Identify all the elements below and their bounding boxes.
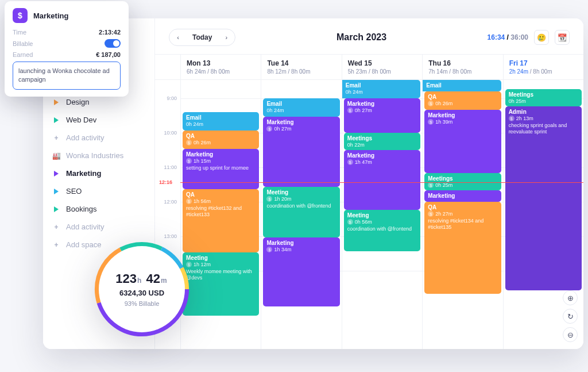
day-header-thu[interactable]: Thu 167h 14m / 8h 00m xyxy=(422,55,502,79)
dollar-icon: $ xyxy=(13,8,28,23)
calendar-event[interactable]: QA$0h 26m xyxy=(424,91,501,110)
calendar-event[interactable]: Email0h 24m xyxy=(263,98,339,117)
popup-billable-label: Billable xyxy=(13,40,33,47)
popup-time-label: Time xyxy=(13,29,26,36)
calendar-event[interactable]: Meetings$0h 25m xyxy=(424,173,501,190)
play-icon xyxy=(52,98,60,106)
calendar-event[interactable]: Meeting$0h 56mcoordination with @fronten… xyxy=(344,210,420,251)
play-icon xyxy=(52,205,60,213)
calendar-event[interactable]: Marketing$0h 27m xyxy=(263,117,339,187)
emoji-icon[interactable]: 🥲 xyxy=(534,30,549,45)
calendar-event[interactable]: QA$2h 27mresolving #ticket134 and #ticke… xyxy=(424,202,501,294)
toolbar-right: 16:34 / 36:00 🥲 📆 xyxy=(488,30,570,45)
sidebar-add-activity[interactable]: +Add activity xyxy=(43,129,154,147)
hour-label: 11:00 xyxy=(164,164,177,170)
toolbar: ‹ Today › March 2023 16:34 / 36:00 🥲 📆 xyxy=(155,18,583,54)
calendar-event[interactable]: Marketing$1h 15msetting up sprint for mo… xyxy=(183,149,259,189)
week-header: Mon 136h 24m / 8h 00m Tue 148h 12m / 8h … xyxy=(155,54,583,80)
plus-icon: + xyxy=(52,241,60,249)
sidebar-item-label: SEO xyxy=(66,187,82,195)
calendar-event[interactable]: Email xyxy=(423,80,501,91)
day-header-wed[interactable]: Wed 155h 23m / 8h 00m xyxy=(342,55,422,79)
plus-icon: + xyxy=(52,134,60,142)
calendar-event[interactable]: Email0h 24m xyxy=(183,112,259,131)
main-panel: ‹ Today › March 2023 16:34 / 36:00 🥲 📆 M… xyxy=(155,18,583,349)
summary-donut: 123h 42m 6324,30 USD 93% Billable xyxy=(87,235,196,344)
calendar-event[interactable]: Marketing$0h 27m xyxy=(344,98,420,133)
sidebar-space-wonka[interactable]: 🏭Wonka Industries xyxy=(43,147,154,164)
sidebar-item-seo[interactable]: SEO xyxy=(43,182,154,200)
calendar-title: March 2023 xyxy=(243,32,479,43)
hour-label: 10:00 xyxy=(164,130,177,136)
calendar-event[interactable]: Meetings0h 22m xyxy=(344,133,420,150)
calendar-range-icon[interactable]: 📆 xyxy=(555,30,570,45)
popup-earned-label: Earned xyxy=(13,51,33,58)
zoom-controls: ⊕ ↻ ⊖ xyxy=(563,290,578,342)
sidebar-item-label: Web Dev xyxy=(66,116,96,124)
sidebar-item-marketing[interactable]: Marketing xyxy=(43,164,154,182)
day-header-tue[interactable]: Tue 148h 12m / 8h 00m xyxy=(261,55,341,79)
today-button[interactable]: Today xyxy=(188,33,216,41)
sidebar-item-label: Bookings xyxy=(66,205,96,213)
calendar-event[interactable]: Marketing$1h 39m xyxy=(424,110,501,173)
donut-billable-pct: 93% Billable xyxy=(125,300,160,307)
now-line xyxy=(180,182,583,183)
plus-icon: + xyxy=(52,223,60,231)
popup-title: Marketing xyxy=(33,11,68,20)
popup-note-input[interactable]: launching a Wonka chocolate ad campaign xyxy=(13,62,121,90)
calendar-grid[interactable]: 9:00 10:00 11:00 12:00 13:00 Email0h 24m… xyxy=(155,80,583,349)
hour-label: 9:00 xyxy=(167,95,177,101)
calendar-event[interactable]: Marketing$1h 47m xyxy=(344,150,420,210)
popup-earned-value: € 187,00 xyxy=(96,51,121,58)
building-icon: 🏭 xyxy=(52,152,60,160)
calendar-event[interactable]: Marketing xyxy=(424,190,501,202)
donut-earned: 6324,30 USD xyxy=(119,289,164,297)
now-time-label: 12:16 xyxy=(157,179,174,185)
calendar-event[interactable]: QA$0h 26m xyxy=(183,131,259,149)
play-icon xyxy=(52,116,60,124)
sidebar-item-label: Add activity xyxy=(66,133,104,142)
activity-popup: $ Marketing Time2:13:42 Billable Earned€… xyxy=(5,1,129,97)
next-week-button[interactable]: › xyxy=(220,31,233,44)
play-icon xyxy=(52,187,60,195)
zoom-reset-button[interactable]: ↻ xyxy=(563,309,578,324)
day-column-wed[interactable]: Email0h 24mMarketing$0h 27mMeetings0h 22… xyxy=(342,80,422,349)
sidebar-item-bookings[interactable]: Bookings xyxy=(43,200,154,218)
sidebar-item-label: Add activity xyxy=(66,223,104,231)
zoom-out-button[interactable]: ⊖ xyxy=(563,327,578,342)
popup-time-value: 2:13:42 xyxy=(99,29,121,36)
zoom-in-button[interactable]: ⊕ xyxy=(563,290,578,305)
calendar-event[interactable]: Email0h 24m xyxy=(342,80,420,98)
donut-total-time: 123h 42m xyxy=(115,271,168,286)
sidebar-item-label: Design xyxy=(66,98,89,106)
week-time-ratio: 16:34 / 36:00 xyxy=(488,33,528,41)
play-icon xyxy=(52,170,60,178)
billable-toggle[interactable] xyxy=(105,39,121,48)
prev-week-button[interactable]: ‹ xyxy=(172,31,184,44)
hour-label: 12:00 xyxy=(164,199,177,205)
sidebar-item-webdev[interactable]: Web Dev xyxy=(43,111,154,129)
week-nav: ‹ Today › xyxy=(169,29,235,46)
day-header-mon[interactable]: Mon 136h 24m / 8h 00m xyxy=(180,55,261,79)
sidebar-item-label: Wonka Industries xyxy=(66,151,123,160)
calendar-event[interactable]: Marketing$1h 34m xyxy=(263,237,339,306)
day-column-thu[interactable]: EmailQA$0h 26mMarketing$1h 39mMeetings$0… xyxy=(422,80,502,349)
day-column-tue[interactable]: Email0h 24mMarketing$0h 27mMeeting$1h 20… xyxy=(261,80,341,349)
sidebar-item-label: Marketing xyxy=(66,169,101,178)
calendar-event[interactable]: Admin$2h 13mchecking sprint goals and re… xyxy=(505,106,582,290)
day-header-fri[interactable]: Fri 172h 24m / 8h 00m xyxy=(503,55,583,79)
calendar-event[interactable]: Meeting$1h 20mcoordination with @fronten… xyxy=(263,187,339,237)
calendar-event[interactable]: Meetings0h 25m xyxy=(505,89,582,106)
sidebar-add-activity[interactable]: +Add activity xyxy=(43,218,154,236)
